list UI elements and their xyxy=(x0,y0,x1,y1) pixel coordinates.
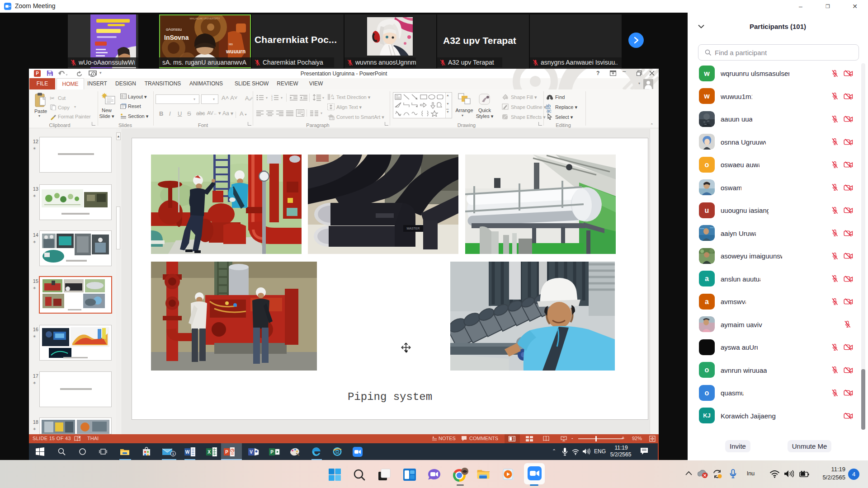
svg-text:1: 1 xyxy=(172,452,175,456)
svg-text:wuuurn: wuuurn xyxy=(226,48,245,55)
svg-text:V: V xyxy=(250,450,253,455)
svg-text:MASTER: MASTER xyxy=(406,227,420,230)
svg-text:ias: ias xyxy=(229,42,233,46)
svg-text:MALAILAK UNIVERSITY: MALAILAK UNIVERSITY xyxy=(189,17,220,20)
svg-text:P: P xyxy=(270,450,274,455)
svg-text:A: A xyxy=(331,94,334,98)
svg-text:oAonssu: oAonssu xyxy=(166,27,182,32)
svg-text:3: 3 xyxy=(271,99,273,101)
svg-text:X: X xyxy=(208,450,211,455)
svg-text:P: P xyxy=(225,450,228,455)
svg-text:W: W xyxy=(185,450,190,455)
svg-text:InSovna: InSovna xyxy=(164,34,189,41)
